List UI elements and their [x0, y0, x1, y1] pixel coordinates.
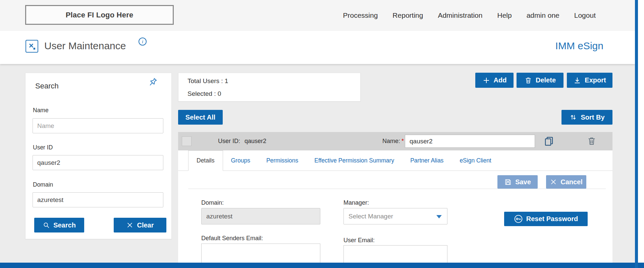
sort-by-button[interactable]: Sort By: [561, 110, 612, 125]
search-icon: [43, 221, 50, 229]
search-name-input[interactable]: [33, 118, 163, 133]
search-panel-title: Search: [35, 82, 59, 90]
manager-form-label: Manager:: [343, 199, 369, 206]
trash-icon: [524, 76, 532, 84]
nav-item-reporting[interactable]: Reporting: [392, 11, 423, 19]
nav-item-processing[interactable]: Processing: [343, 11, 378, 19]
domain-form-label: Domain:: [201, 199, 224, 206]
manager-select[interactable]: Select Manager: [343, 208, 447, 224]
pin-icon[interactable]: [147, 77, 158, 89]
tab-groups[interactable]: Groups: [223, 150, 258, 171]
user-row-checkbox[interactable]: [182, 136, 192, 146]
clear-button[interactable]: Clear: [114, 218, 166, 232]
fi-logo-placeholder: Place FI Logo Here: [25, 5, 174, 25]
reset-password-button[interactable]: Reset Password: [504, 212, 588, 226]
add-button[interactable]: Add: [475, 73, 514, 88]
user-name-input[interactable]: [405, 135, 535, 148]
cancel-button[interactable]: Cancel: [546, 175, 586, 189]
nav-item-admin-user[interactable]: admin one: [527, 11, 559, 19]
top-navigation: Processing Reporting Administration Help…: [343, 0, 596, 31]
users-summary-card: Total Users : 1 Selected : 0: [178, 73, 361, 102]
x-icon: [126, 221, 133, 229]
user-row: User ID: qauser2 Name:*: [178, 132, 612, 150]
download-icon: [573, 76, 581, 84]
brand-logo: IMM eSign: [555, 40, 603, 52]
nav-item-logout[interactable]: Logout: [574, 11, 596, 19]
name-label: Name:*: [382, 138, 404, 145]
search-domain-input[interactable]: [33, 192, 163, 207]
tab-permissions[interactable]: Permissions: [258, 150, 306, 171]
tab-details[interactable]: Details: [188, 150, 223, 171]
copy-user-icon[interactable]: [544, 136, 554, 148]
info-icon[interactable]: i: [139, 38, 147, 46]
tab-partner-alias[interactable]: Partner Alias: [402, 150, 451, 171]
delete-user-icon[interactable]: [587, 136, 597, 147]
manager-select-value: Select Manager: [348, 213, 393, 220]
key-circle-icon: [514, 214, 523, 223]
save-floppy-icon: [504, 178, 512, 186]
page-title: User Maintenance: [44, 40, 126, 52]
tab-effective-permission-summary[interactable]: Effective Permission Summary: [306, 150, 402, 171]
domain-field-label: Domain: [33, 181, 53, 188]
user-details-card: Details Groups Permissions Effective Per…: [178, 150, 612, 263]
required-asterisk: *: [401, 138, 404, 144]
nav-item-help[interactable]: Help: [497, 11, 512, 19]
bottom-bar: [0, 263, 644, 268]
app-mark-icon: [28, 42, 36, 51]
delete-button[interactable]: Delete: [517, 73, 564, 88]
fi-logo-text: Place FI Logo Here: [66, 11, 133, 19]
page-header: User Maintenance i IMM eSign: [0, 31, 635, 64]
default-senders-email-input[interactable]: [201, 244, 320, 263]
top-bar: Place FI Logo Here Processing Reporting …: [0, 0, 635, 31]
form-divider: [188, 189, 606, 189]
chevron-down-icon: [436, 215, 442, 218]
total-users-count: Total Users : 1: [187, 77, 228, 85]
page-scrollbar[interactable]: [635, 0, 638, 268]
user-id-field-label: User ID: [33, 144, 53, 151]
select-all-button[interactable]: Select All: [178, 110, 223, 125]
user-email-label: User Email:: [343, 237, 375, 244]
search-button[interactable]: Search: [34, 218, 84, 232]
sort-arrows-icon: [569, 113, 577, 121]
detail-tabs: Details Groups Permissions Effective Per…: [178, 150, 612, 171]
user-id-value: qauser2: [245, 138, 266, 145]
plus-icon: [482, 76, 490, 84]
default-senders-email-label: Default Senders Email:: [201, 235, 263, 242]
save-button[interactable]: Save: [497, 175, 538, 189]
user-id-label: User ID:: [218, 138, 240, 145]
x-icon: [550, 178, 557, 186]
user-email-input[interactable]: [343, 245, 447, 263]
tab-esign-client[interactable]: eSign Client: [451, 150, 499, 171]
name-field-label: Name: [33, 107, 49, 114]
domain-form-input: [201, 208, 320, 224]
nav-item-administration[interactable]: Administration: [438, 11, 482, 19]
user-maintenance-app-icon: [25, 40, 38, 53]
search-panel: Search Name User ID Domain Search: [25, 73, 172, 239]
selected-count: Selected : 0: [187, 90, 221, 97]
user-maintenance-page: Place FI Logo Here Processing Reporting …: [0, 0, 644, 268]
export-button[interactable]: Export: [567, 73, 612, 88]
search-user-id-input[interactable]: [33, 155, 163, 170]
